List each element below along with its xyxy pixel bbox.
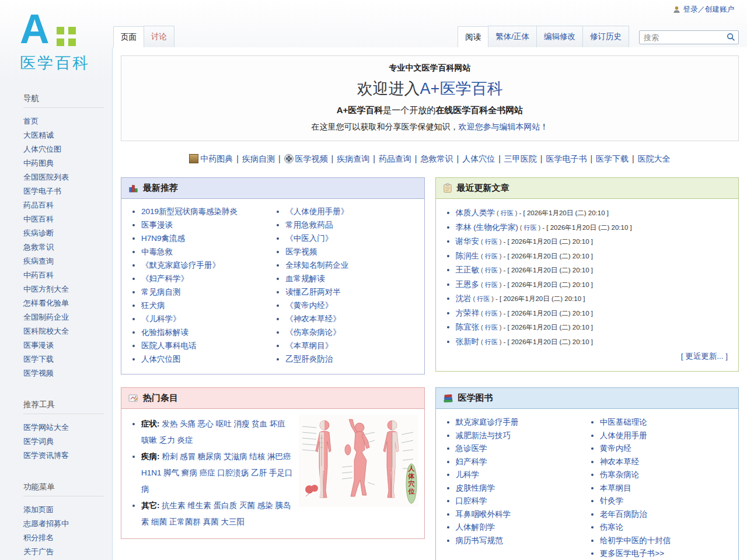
- sidebar-link[interactable]: 志愿者招募中: [23, 519, 69, 528]
- contributor-link[interactable]: 行医: [485, 238, 498, 245]
- latest-link[interactable]: 《伤寒杂病论》: [285, 328, 341, 337]
- banner-edit-link[interactable]: 欢迎您参与编辑本网站: [459, 122, 540, 131]
- latest-link[interactable]: 《神农本草经》: [285, 314, 341, 323]
- sidebar-link[interactable]: 人体穴位图: [23, 145, 61, 153]
- hot-link[interactable]: 灭菌: [239, 501, 255, 510]
- sidebar-link[interactable]: 医科院校大全: [23, 327, 69, 335]
- banner-title-link[interactable]: A+医学百科: [420, 80, 503, 97]
- article-link[interactable]: 王恩多: [456, 280, 480, 289]
- book-link[interactable]: 给初学中医的十封信: [600, 536, 671, 545]
- contributor-link[interactable]: 行医: [485, 281, 498, 288]
- book-link[interactable]: 急诊医学: [456, 444, 487, 453]
- sidebar-link[interactable]: 医学网站大全: [23, 423, 69, 432]
- book-link[interactable]: 针灸学: [600, 496, 624, 505]
- quick-link[interactable]: 医学电子书: [546, 154, 587, 163]
- hot-link[interactable]: 癌症: [200, 468, 215, 477]
- latest-link[interactable]: 《黄帝内经》: [285, 301, 333, 310]
- book-link[interactable]: 耳鼻咽喉外科学: [456, 510, 511, 519]
- hot-link[interactable]: H1N1: [141, 468, 162, 477]
- hot-link[interactable]: 真菌: [203, 517, 219, 526]
- search-icon[interactable]: [727, 33, 735, 41]
- quick-link[interactable]: 医学视频: [295, 154, 328, 163]
- sidebar-link[interactable]: 医事漫谈: [23, 341, 54, 349]
- latest-link[interactable]: 《人体使用手册》: [285, 207, 348, 216]
- contributor-link[interactable]: 行医: [485, 310, 498, 317]
- latest-link[interactable]: 狂犬病: [141, 301, 165, 310]
- article-link[interactable]: 方荣祥: [456, 309, 480, 317]
- hot-link[interactable]: 消瘦: [233, 419, 249, 428]
- latest-link[interactable]: 《中医入门》: [285, 234, 333, 243]
- latest-link[interactable]: 化验指标解读: [141, 328, 189, 337]
- tab-编辑修改[interactable]: 编辑修改: [536, 26, 583, 47]
- quick-link[interactable]: 急救常识: [421, 154, 453, 163]
- latest-link[interactable]: 《妇产科学》: [141, 274, 189, 283]
- tab-修订历史[interactable]: 修订历史: [582, 26, 629, 47]
- login-link[interactable]: 登录／创建账户: [683, 5, 735, 15]
- quick-link[interactable]: 三甲医院: [504, 154, 537, 163]
- latest-link[interactable]: 人体穴位图: [141, 355, 181, 363]
- latest-link[interactable]: 常见病自测: [141, 288, 181, 296]
- book-link[interactable]: 人体解剖学: [456, 523, 495, 531]
- quick-link[interactable]: 药品查询: [379, 154, 411, 163]
- book-link[interactable]: 默克家庭诊疗手册: [456, 418, 519, 426]
- contributor-link[interactable]: 行医: [485, 338, 498, 345]
- latest-link[interactable]: 常用急救药品: [285, 220, 333, 229]
- sidebar-link[interactable]: 大医精诚: [23, 131, 54, 139]
- article-link[interactable]: 陈润生: [456, 251, 480, 260]
- latest-link[interactable]: 全球知名制药企业: [285, 261, 348, 270]
- latest-link[interactable]: 《默克家庭诊疗手册》: [141, 261, 220, 270]
- article-link[interactable]: 沈岩: [456, 294, 472, 303]
- sidebar-link[interactable]: 医学下载: [23, 355, 54, 363]
- search-input[interactable]: [639, 30, 739, 44]
- book-link[interactable]: 中医基础理论: [600, 418, 647, 426]
- sidebar-link[interactable]: 疾病查询: [23, 257, 54, 265]
- hot-link[interactable]: 头痛: [180, 419, 196, 428]
- quick-link[interactable]: 医学下载: [596, 154, 629, 163]
- tab-讨论[interactable]: 讨论: [144, 26, 174, 47]
- book-link[interactable]: 伤寒杂病论: [600, 470, 640, 479]
- hot-link[interactable]: 炎症: [177, 436, 193, 444]
- sidebar-link[interactable]: 中药百科: [23, 271, 54, 279]
- hot-link[interactable]: 呕吐: [216, 419, 232, 428]
- hot-link[interactable]: 维生素: [188, 501, 212, 510]
- hot-link[interactable]: 粉刺: [162, 452, 177, 461]
- contributor-link[interactable]: 行医: [485, 324, 498, 331]
- latest-link[interactable]: 《儿科学》: [141, 314, 181, 323]
- sidebar-link[interactable]: 首页: [23, 117, 39, 125]
- sidebar-link[interactable]: 急救常识: [23, 243, 54, 251]
- sidebar-link[interactable]: 疾病诊断: [23, 229, 54, 237]
- book-link[interactable]: 黄帝内经: [600, 444, 631, 453]
- hot-link[interactable]: 发热: [162, 419, 177, 428]
- quick-link[interactable]: 医院大全: [638, 154, 671, 163]
- hot-link[interactable]: 蛋白质: [214, 501, 238, 510]
- hot-link[interactable]: 细菌: [151, 517, 167, 526]
- latest-link[interactable]: 医学视频: [285, 247, 317, 256]
- hot-link[interactable]: 结核: [249, 452, 265, 461]
- contributor-link[interactable]: 行医: [477, 295, 490, 302]
- sidebar-link[interactable]: 药品百科: [23, 201, 54, 209]
- hot-link[interactable]: 脚气: [163, 468, 179, 477]
- book-link[interactable]: 减肥新法与技巧: [456, 431, 511, 440]
- sidebar-link[interactable]: 全国制药企业: [23, 313, 69, 321]
- latest-link[interactable]: 乙型肝炎防治: [285, 355, 333, 363]
- hot-link[interactable]: 淋巴癌: [267, 452, 291, 461]
- site-logo[interactable]: A 医学百科: [0, 0, 112, 74]
- tab-繁体/正体[interactable]: 繁体/正体: [488, 26, 537, 47]
- latest-link[interactable]: H7N9禽流感: [141, 234, 185, 243]
- hot-link[interactable]: 癣病: [181, 468, 197, 477]
- hot-link[interactable]: 贫血: [252, 419, 267, 428]
- book-link[interactable]: 妇产科学: [456, 457, 487, 466]
- hot-link[interactable]: 抗生素: [162, 501, 186, 510]
- quick-link[interactable]: 人体穴位: [462, 154, 495, 163]
- article-link[interactable]: 李林 (生物化学家): [456, 223, 518, 232]
- contributor-link[interactable]: 行医: [501, 209, 514, 216]
- book-link[interactable]: 更多医学电子书>>: [600, 549, 664, 558]
- latest-link[interactable]: 医事漫谈: [141, 220, 173, 229]
- hot-link[interactable]: 糖尿病: [198, 452, 222, 461]
- hot-link[interactable]: 口腔溃疡: [218, 468, 249, 477]
- acupuncture-chart-image[interactable]: 人体穴位: [299, 415, 418, 531]
- book-link[interactable]: 病历书写规范: [456, 536, 503, 545]
- article-link[interactable]: 体质人类学: [456, 208, 495, 217]
- book-link[interactable]: 皮肤性病学: [456, 484, 495, 492]
- sidebar-link[interactable]: 积分排名: [23, 533, 54, 542]
